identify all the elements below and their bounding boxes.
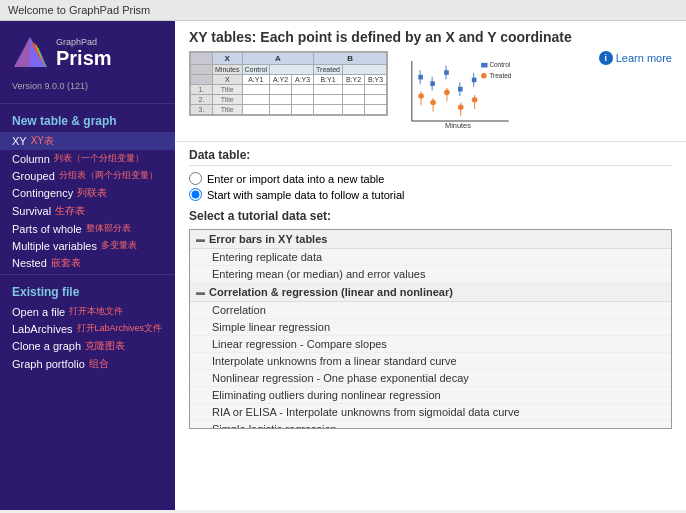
svg-text:Minutes: Minutes [445,121,471,130]
sidebar-item-grouped-sub: 分组表（两个分组变量） [59,169,158,182]
sidebar-item-lab-sub: 打开LabArchives文件 [77,322,163,335]
tutorial-label: Select a tutorial data set: [189,209,672,223]
radio-new-table[interactable]: Enter or import data into a new table [189,172,672,185]
tutorial-section-error-bars-header[interactable]: ▬ Error bars in XY tables [190,230,671,249]
tutorial-item-outliers[interactable]: Eliminating outliers during nonlinear re… [190,387,671,404]
tutorial-item-logistic[interactable]: Simple logistic regression [190,421,671,429]
tutorial-section-error-bars-label: Error bars in XY tables [209,233,327,245]
sidebar-item-grouped-label: Grouped [12,170,55,182]
version-text: Version 9.0.0 (121) [0,81,175,101]
svg-rect-15 [472,78,477,83]
sidebar-item-clone-graph[interactable]: Clone a graph 克隆图表 [0,337,175,355]
radio-group: Enter or import data into a new table St… [189,172,672,201]
svg-text:Treated: Treated [489,72,511,79]
sidebar-item-contingency-sub: 列联表 [77,186,107,200]
sidebar-item-open-label: Open a file [12,306,65,318]
sidebar-item-open-file[interactable]: Open a file 打开本地文件 [0,303,175,320]
content-header: XY tables: Each point is defined by an X… [175,21,686,142]
title-bar: Welcome to GraphPad Prism [0,0,686,21]
content-body: Data table: Enter or import data into a … [175,142,686,510]
sidebar-item-contingency[interactable]: Contingency 列联表 [0,184,175,202]
sidebar-item-parts-of-whole[interactable]: Parts of whole 整体部分表 [0,220,175,237]
content-area: XY tables: Each point is defined by an X… [175,21,686,510]
radio-sample-data-input[interactable] [189,188,202,201]
sidebar-item-xy-label: XY [12,135,27,147]
tutorial-list[interactable]: ▬ Error bars in XY tables Entering repli… [189,229,672,429]
sidebar-item-column-sub: 列表（一个分组变量） [54,152,144,165]
prism-label: Prism [56,47,112,69]
learn-more-label: Learn more [616,52,672,64]
data-table-label: Data table: [189,148,672,166]
graphpad-label: GraphPad [56,38,112,47]
sidebar-item-clone-sub: 克隆图表 [85,339,125,353]
sidebar-item-parts-sub: 整体部分表 [86,222,131,235]
sidebar-item-open-sub: 打开本地文件 [69,305,123,318]
sidebar-item-nested[interactable]: Nested 嵌套表 [0,254,175,272]
svg-text:Control: Control [489,61,510,68]
existing-file-section-header: Existing file [0,277,175,303]
tutorial-item-correlation[interactable]: Correlation [190,302,671,319]
sidebar-item-column-label: Column [12,153,50,165]
sidebar-divider-2 [0,274,175,275]
sidebar-item-survival[interactable]: Survival 生存表 [0,202,175,220]
tutorial-section-error-bars: ▬ Error bars in XY tables Entering repli… [190,230,671,283]
preview-area: X A B Minutes Control Treated [189,51,672,131]
sidebar-item-multiple-sub: 多变量表 [101,239,137,252]
info-icon: i [599,51,613,65]
sidebar-item-survival-sub: 生存表 [55,204,85,218]
sidebar-item-portfolio-label: Graph portfolio [12,358,85,370]
tutorial-item-entering-mean[interactable]: Entering mean (or median) and error valu… [190,266,671,283]
sidebar: GraphPad Prism Version 9.0.0 (121) New t… [0,21,175,510]
tutorial-section-correlation-header[interactable]: ▬ Correlation & regression (linear and n… [190,283,671,302]
radio-new-table-label: Enter or import data into a new table [207,173,384,185]
tutorial-section-correlation: ▬ Correlation & regression (linear and n… [190,283,671,429]
radio-new-table-input[interactable] [189,172,202,185]
new-table-section-header: New table & graph [0,106,175,132]
sidebar-item-nested-label: Nested [12,257,47,269]
sidebar-item-labarchives[interactable]: LabArchives 打开LabArchives文件 [0,320,175,337]
tutorial-section-correlation-label: Correlation & regression (linear and non… [209,286,453,298]
sidebar-item-lab-label: LabArchives [12,323,73,335]
sidebar-item-clone-label: Clone a graph [12,340,81,352]
main-container: GraphPad Prism Version 9.0.0 (121) New t… [0,21,686,510]
sidebar-item-nested-sub: 嵌套表 [51,256,81,270]
svg-marker-2 [14,37,30,67]
sidebar-item-grouped[interactable]: Grouped 分组表（两个分组变量） [0,167,175,184]
radio-sample-data[interactable]: Start with sample data to follow a tutor… [189,188,672,201]
title-bar-text: Welcome to GraphPad Prism [8,4,150,16]
tutorial-item-simple-linear[interactable]: Simple linear regression [190,319,671,336]
sidebar-item-graph-portfolio[interactable]: Graph portfolio 组合 [0,355,175,373]
content-title: XY tables: Each point is defined by an X… [189,29,672,45]
tutorial-item-linear-compare[interactable]: Linear regression - Compare slopes [190,336,671,353]
sidebar-item-contingency-label: Contingency [12,187,73,199]
learn-more-button[interactable]: i Learn more [599,51,672,65]
radio-sample-data-label: Start with sample data to follow a tutor… [207,189,404,201]
svg-rect-13 [444,70,449,75]
sidebar-item-survival-label: Survival [12,205,51,217]
sidebar-item-column[interactable]: Column 列表（一个分组变量） [0,150,175,167]
logo-text: GraphPad Prism [56,38,112,69]
svg-rect-31 [481,63,487,68]
expand-icon-correlation: ▬ [196,287,205,297]
tutorial-item-interpolate-linear[interactable]: Interpolate unknowns from a linear stand… [190,353,671,370]
prism-logo-icon [12,35,48,71]
sidebar-item-portfolio-sub: 组合 [89,357,109,371]
chart-preview: Minutes [398,51,518,131]
sidebar-item-xy-sub: XY表 [31,134,54,148]
sidebar-item-multiple-variables[interactable]: Multiple variables 多变量表 [0,237,175,254]
tutorial-item-ria-elisa[interactable]: RIA or ELISA - Interpolate unknowns from… [190,404,671,421]
learn-more-area: i Learn more [528,51,672,69]
table-preview: X A B Minutes Control Treated [189,51,388,116]
sidebar-divider-1 [0,103,175,104]
sidebar-item-parts-label: Parts of whole [12,223,82,235]
logo-area: GraphPad Prism [0,21,175,81]
tutorial-item-entering-replicate[interactable]: Entering replicate data [190,249,671,266]
tutorial-item-nonlinear[interactable]: Nonlinear regression - One phase exponen… [190,370,671,387]
sidebar-item-xy[interactable]: XY XY表 [0,132,175,150]
sidebar-item-multiple-label: Multiple variables [12,240,97,252]
expand-icon-error-bars: ▬ [196,234,205,244]
svg-point-33 [481,73,487,79]
